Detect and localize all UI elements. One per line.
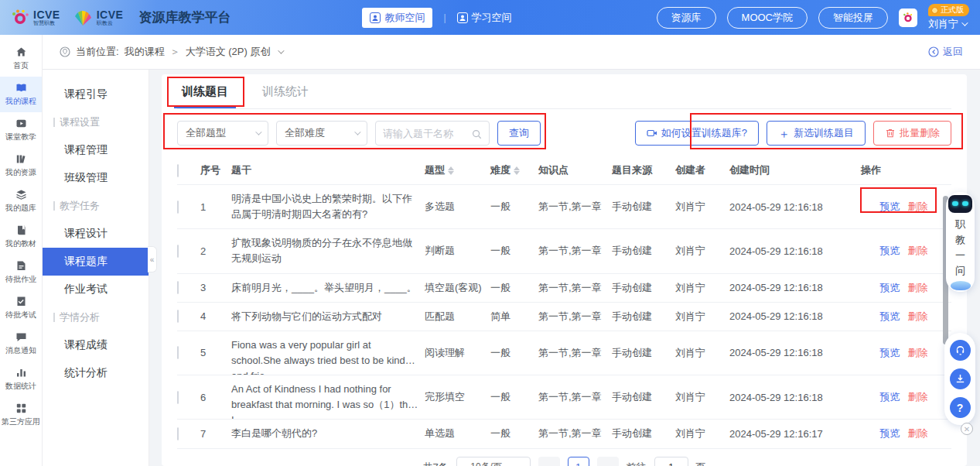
column-header-难度[interactable]: 难度 — [490, 156, 538, 184]
rail-item-消息通知[interactable]: 消息通知 — [0, 326, 42, 361]
quick-link-MOOC学院[interactable]: MOOC学院 — [727, 7, 808, 29]
tab-训练题目[interactable]: 训练题目 — [177, 84, 233, 108]
delete-link[interactable]: 删除 — [908, 390, 928, 404]
question-stem: Fiona was a very popular girl at school.… — [231, 331, 425, 375]
back-button[interactable]: 返回 — [928, 45, 963, 59]
submenu-item-课程引导[interactable]: 课程引导 — [43, 81, 149, 108]
rail-item-我的题库[interactable]: 我的题库 — [0, 183, 42, 219]
preview-link[interactable]: 预览 — [880, 427, 900, 440]
current-page-button[interactable]: 1 — [568, 457, 589, 466]
row-checkbox[interactable] — [177, 391, 179, 404]
created-time: 2024-05-29 12:16:18 — [729, 276, 861, 300]
delete-link[interactable]: 删除 — [908, 427, 928, 440]
delete-link[interactable]: 删除 — [908, 346, 928, 360]
main-area: 训练题目训练统计 全部题型 全部难度 — [149, 70, 980, 466]
submenu-item-统计分析[interactable]: 统计分析 — [43, 359, 149, 387]
download-icon[interactable] — [950, 368, 971, 389]
sort-icon[interactable] — [514, 166, 520, 175]
question-type: 单选题 — [425, 420, 490, 447]
query-button[interactable]: 查询 — [497, 121, 541, 146]
breadcrumb-caret-icon[interactable] — [278, 47, 285, 53]
rail-item-数据统计[interactable]: 数据统计 — [0, 361, 42, 397]
row-checkbox[interactable] — [177, 427, 179, 440]
column-header-题型[interactable]: 题型 — [425, 156, 490, 184]
preview-link[interactable]: 预览 — [880, 200, 900, 214]
sort-icon[interactable] — [448, 166, 454, 175]
rail-item-首页[interactable]: 首页 — [0, 41, 42, 77]
knowledge-point: 第一节,第一章 — [538, 238, 612, 264]
row-checkbox[interactable] — [177, 281, 179, 294]
rail-item-课堂教学[interactable]: 课堂教学 — [0, 112, 42, 148]
difficulty-select[interactable]: 全部难度 — [276, 121, 367, 146]
delete-link[interactable]: 删除 — [908, 200, 928, 214]
quick-link-资源库[interactable]: 资源库 — [657, 7, 716, 29]
plus-icon: ＋ — [778, 128, 790, 139]
submenu-item-课程题库[interactable]: 课程题库 — [43, 248, 149, 276]
batch-delete-button[interactable]: 批量删除 — [873, 121, 951, 146]
knowledge-point: 第一节,第一章 — [538, 303, 612, 330]
submenu-item-课程设计[interactable]: 课程设计 — [43, 220, 149, 248]
stats-icon — [15, 367, 27, 379]
question-difficulty: 一般 — [490, 340, 538, 366]
breadcrumb-bar: 当前位置: 我的课程 ＞ 大学语文 (2P) 原创 返回 — [43, 35, 980, 70]
breadcrumb-current[interactable]: 大学语文 (2P) 原创 — [186, 45, 271, 59]
apps-icon — [15, 403, 27, 414]
help-icon[interactable]: ? — [950, 397, 971, 418]
user-menu[interactable]: 刘肖宁 — [928, 17, 966, 31]
delete-link[interactable]: 删除 — [908, 310, 928, 324]
column-header-操作: 操作 — [861, 156, 951, 184]
preview-link[interactable]: 预览 — [880, 310, 900, 324]
howto-setup-bank-button[interactable]: 如何设置训练题库? — [635, 121, 759, 146]
row-checkbox[interactable] — [177, 200, 179, 214]
question-type-select[interactable]: 全部题型 — [177, 121, 268, 146]
knowledge-point: 第一节,第一章 — [538, 384, 612, 410]
pagination: 共7条 10条/页 ‹ 1 › 前往 页 — [177, 457, 951, 466]
breadcrumb-path[interactable]: 我的课程 — [125, 45, 165, 59]
nav-teacher-space[interactable]: 教师空间 — [362, 8, 432, 28]
rail-item-待批考试[interactable]: 待批考试 — [0, 290, 42, 326]
nav-study-space[interactable]: 学习空间 — [457, 11, 512, 25]
rail-item-第三方应用[interactable]: 第三方应用 — [0, 397, 42, 433]
customer-service-icon[interactable] — [950, 340, 971, 361]
row-checkbox[interactable] — [177, 346, 179, 359]
quick-link-智能投屏[interactable]: 智能投屏 — [818, 7, 888, 29]
medal-icon — [931, 7, 938, 14]
search-icon[interactable] — [472, 128, 482, 139]
submenu-item-课程成绩[interactable]: 课程成绩 — [43, 331, 149, 359]
close-icon[interactable]: ✕ — [961, 423, 973, 435]
next-page-button[interactable]: › — [597, 457, 619, 466]
preview-link[interactable]: 预览 — [880, 346, 900, 360]
rail-item-待批作业[interactable]: 待批作业 — [0, 255, 42, 290]
delete-link[interactable]: 删除 — [908, 244, 928, 258]
row-checkbox[interactable] — [177, 310, 179, 323]
back-arrow-icon — [928, 46, 939, 57]
app-chip-icon[interactable] — [899, 9, 917, 27]
collapse-sidebar-button[interactable]: « — [148, 246, 157, 272]
assistant-widget[interactable]: 职教一问 — [946, 192, 975, 292]
assistant-label: 职教一问 — [955, 217, 965, 279]
add-training-questions-button[interactable]: ＋ 新选训练题目 — [767, 121, 866, 146]
row-number: 5 — [200, 341, 231, 365]
delete-link[interactable]: 删除 — [908, 281, 928, 295]
goto-page-input[interactable] — [654, 457, 688, 466]
preview-link[interactable]: 预览 — [880, 281, 900, 295]
submenu-item-作业考试[interactable]: 作业考试 — [43, 276, 149, 303]
row-checkbox[interactable] — [177, 245, 179, 258]
rail-item-我的资源[interactable]: 我的资源 — [0, 148, 42, 183]
created-time: 2024-05-29 12:16:17 — [729, 422, 861, 446]
select-all-checkbox[interactable] — [177, 164, 179, 177]
question-source: 手动创建 — [612, 194, 675, 220]
submenu-item-课程管理[interactable]: 课程管理 — [43, 136, 149, 164]
rail-item-我的课程[interactable]: 我的课程 — [0, 77, 42, 112]
chevron-down-icon — [511, 463, 517, 466]
preview-link[interactable]: 预览 — [880, 244, 900, 258]
tab-训练统计[interactable]: 训练统计 — [258, 84, 313, 108]
search-input[interactable] — [383, 128, 467, 139]
chevron-down-icon — [255, 128, 261, 135]
preview-link[interactable]: 预览 — [880, 390, 900, 404]
page-size-select[interactable]: 10条/页 — [456, 457, 531, 466]
floating-toolbar: ? — [944, 333, 975, 425]
submenu-item-班级管理[interactable]: 班级管理 — [43, 164, 149, 192]
rail-item-我的教材[interactable]: 我的教材 — [0, 219, 42, 255]
prev-page-button[interactable]: ‹ — [538, 457, 560, 466]
